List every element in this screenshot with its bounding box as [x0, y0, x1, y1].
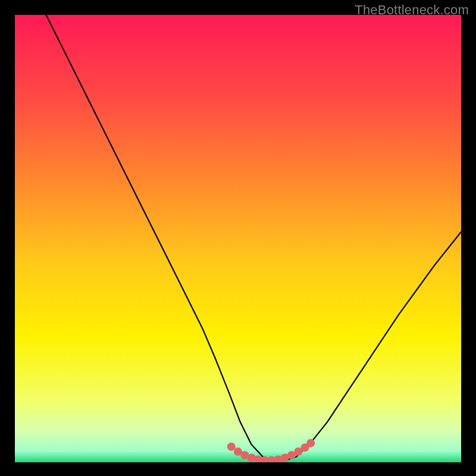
- gradient-background: [15, 15, 461, 462]
- plot-area: [15, 15, 461, 462]
- chart-svg: [15, 15, 461, 462]
- valley-dot: [227, 443, 236, 451]
- valley-dot: [306, 439, 315, 447]
- watermark-text: TheBottleneck.com: [355, 2, 469, 18]
- chart-frame: TheBottleneck.com: [0, 0, 476, 476]
